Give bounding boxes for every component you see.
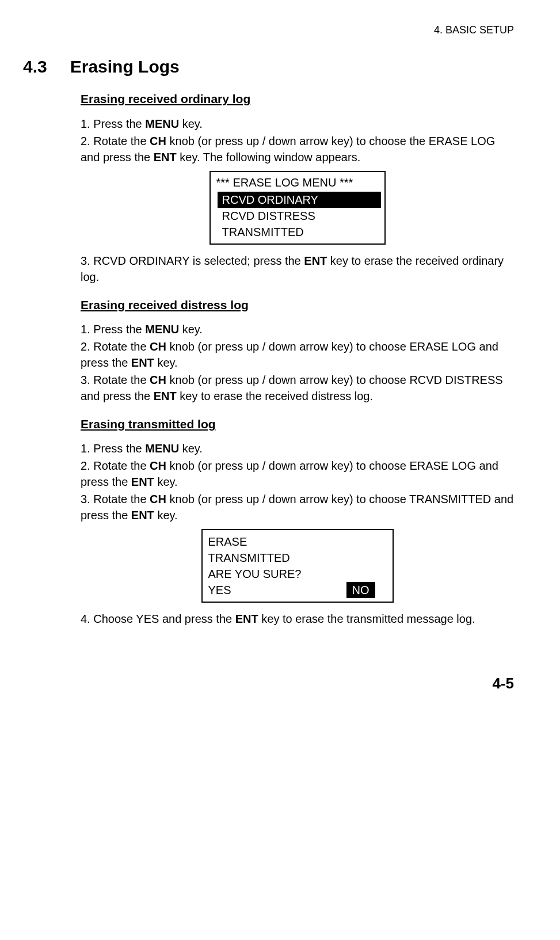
sub3-step3: 3. Rotate the CH knob (or press up / dow… — [81, 491, 514, 523]
subsection-ordinary: Erasing received ordinary log — [81, 90, 514, 107]
sub1-step2: 2. Rotate the CH knob (or press up / dow… — [81, 133, 514, 165]
confirm-yes: YES — [208, 582, 231, 598]
erase-log-menu: *** ERASE LOG MENU *** RCVD ORDINARY RCV… — [209, 171, 386, 245]
section-title: Erasing Logs — [70, 57, 180, 76]
confirm-line3: ARE YOU SURE? — [208, 566, 387, 582]
subsection-distress: Erasing received distress log — [81, 296, 514, 313]
confirm-no: NO — [346, 582, 375, 598]
sub2-step1: 1. Press the MENU key. — [81, 321, 514, 337]
page-number: 4-5 — [23, 673, 514, 694]
sub2-step3: 3. Rotate the CH knob (or press up / dow… — [81, 372, 514, 404]
sub2-step2: 2. Rotate the CH knob (or press up / dow… — [81, 338, 514, 371]
menu-item-rcvd-distress: RCVD DISTRESS — [214, 208, 381, 224]
confirm-line1: ERASE — [208, 534, 387, 550]
subsection-transmitted: Erasing transmitted log — [81, 416, 514, 432]
confirm-dialog: ERASE TRANSMITTED ARE YOU SURE? YES NO — [201, 529, 394, 603]
chapter-header: 4. BASIC SETUP — [23, 23, 514, 37]
menu-item-transmitted: TRANSMITTED — [214, 224, 381, 240]
sub3-step1: 1. Press the MENU key. — [81, 440, 514, 456]
sub1-step1: 1. Press the MENU key. — [81, 116, 514, 132]
sub3-step4: 4. Choose YES and press the ENT key to e… — [81, 611, 514, 627]
content-body: Erasing received ordinary log 1. Press t… — [81, 90, 514, 627]
sub1-step3: 3. RCVD ORDINARY is selected; press the … — [81, 253, 514, 285]
section-number: 4.3 — [23, 55, 47, 79]
menu-title: *** ERASE LOG MENU *** — [214, 174, 381, 191]
sub3-step2: 2. Rotate the CH knob (or press up / dow… — [81, 458, 514, 490]
section-title-row: 4.3Erasing Logs — [23, 55, 514, 79]
confirm-line2: TRANSMITTED — [208, 550, 387, 566]
menu-item-rcvd-ordinary: RCVD ORDINARY — [218, 192, 381, 208]
